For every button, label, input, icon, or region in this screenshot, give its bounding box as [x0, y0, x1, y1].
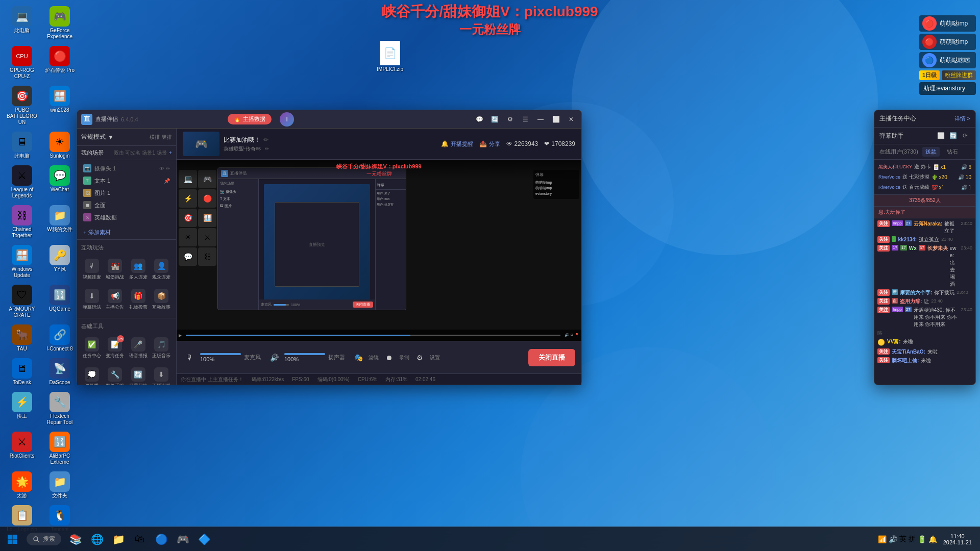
helper-icon-1[interactable]: ⬜	[936, 131, 946, 141]
desktop-icon-lol[interactable]: ⚔ League of Legends	[4, 163, 40, 201]
desktop-icon-alibabapc[interactable]: 🔢 AliBarPC Extreme	[42, 430, 78, 467]
desktop-icon-yyf[interactable]: 🔑 YY风	[42, 243, 78, 281]
interaction-audience[interactable]: 👤 观众连麦	[151, 256, 173, 284]
desktop-file-icon[interactable]: 📄 IMPLICI.zip	[377, 41, 403, 72]
taskbar-icon-recent[interactable]: 📚	[65, 529, 86, 549]
list-view-btn[interactable]: 竖排	[162, 134, 172, 141]
maximize-btn[interactable]: ⬜	[550, 113, 562, 126]
taskbar-icon-edge[interactable]: 🌐	[87, 529, 107, 549]
desktop-icon-pc2[interactable]: 🖥 此电脑	[4, 130, 40, 161]
tool-end-stream[interactable]: ⬇ 下播谢谢	[151, 364, 173, 385]
input-method-icon[interactable]: 拼	[909, 535, 916, 544]
tool-voice[interactable]: 🎤 语音播报	[128, 334, 149, 362]
source-hero[interactable]: ⚔ 英雄数据	[77, 211, 176, 223]
tool-sea-task[interactable]: 📝 25 变海任务	[105, 334, 126, 362]
desktop-icon-windowsupdate[interactable]: 🪟 Windows Update	[4, 243, 40, 281]
volume-tray-icon[interactable]: 🔊	[889, 535, 897, 543]
svg-rect-2	[8, 539, 12, 544]
interaction-danmu[interactable]: ⬇ 弹幕玩法	[81, 286, 103, 314]
source-all[interactable]: ◼ 全面	[77, 199, 176, 211]
chat-icon-btn[interactable]: 💬	[473, 113, 485, 126]
desktop-icon-taur[interactable]: 🐂 TAU	[4, 322, 40, 354]
desktop-icon-riotclient[interactable]: ⚔ RiotClients	[4, 430, 40, 467]
source-camera[interactable]: 📷 摄像头 1 👁 ✏	[77, 162, 176, 174]
source-image[interactable]: 🖼 图片 1	[77, 187, 176, 199]
app-avatar[interactable]: I	[280, 112, 294, 127]
filter-btn[interactable]: 🎭	[351, 350, 365, 365]
desktop-icon-geforce[interactable]: 🎮 GeForce Experience	[42, 4, 78, 42]
desktop-icon-wechat[interactable]: 💬 WeChat	[42, 163, 78, 201]
tool-scene-switch[interactable]: 🔄 场景切换	[128, 364, 149, 385]
start-broadcast-btn[interactable]: 开播提醒	[451, 140, 473, 148]
live-data-btn[interactable]: 🔥 主播数据	[228, 114, 272, 124]
battery-tray-icon[interactable]: 🔋	[918, 535, 926, 543]
desktop-icon-rog[interactable]: 🔴 炉石传说 Pro	[42, 44, 78, 82]
interaction-announce[interactable]: 📢 主播公告	[105, 286, 126, 314]
taskbar-time[interactable]: 11:40 2024-11-21	[939, 533, 976, 545]
desktop-icon-win[interactable]: 🪟 win2028	[42, 84, 78, 128]
add-scene-btn[interactable]: +	[169, 149, 172, 157]
taskbar-icon-store[interactable]: 🛍	[130, 529, 150, 549]
desktop-icon-pubg[interactable]: 🎯 PUBG BATTLEGROUN	[4, 84, 40, 128]
desktop-icon-dascope[interactable]: 📡 DaScope	[42, 356, 78, 388]
desktop-icon-sunlogin[interactable]: ☀ Sunlogin	[42, 130, 78, 161]
nested-go-live-btn[interactable]: 关闭直播	[353, 302, 373, 308]
refresh-icon-btn[interactable]: 🔄	[488, 113, 501, 126]
taskbar-search[interactable]: 搜索	[27, 533, 61, 545]
record-btn[interactable]: ⏺	[382, 350, 396, 365]
desktop-icon-uq[interactable]: 🔢 UQGame	[42, 283, 78, 320]
notification-icon[interactable]: 🔔	[928, 535, 937, 543]
start-button[interactable]	[0, 527, 24, 552]
add-material-btn[interactable]: + 添加素材	[77, 226, 176, 239]
mic-volume-slider[interactable]	[200, 353, 241, 355]
interaction-gift-vote[interactable]: 🎁 礼物投票	[128, 286, 149, 314]
desktop-icon-todesk[interactable]: 🖥 ToDe sk	[4, 356, 40, 388]
desktop-icon-flextech[interactable]: 🔧 Flextech Repair Tool	[42, 390, 78, 428]
desktop-icon-cpuz[interactable]: CPU GPU-ROG CPU-Z	[4, 44, 40, 82]
desktop-icon-armoury[interactable]: 🛡 ARMOURY CRATE	[4, 283, 40, 320]
minimize-btn[interactable]: —	[534, 113, 547, 126]
source-text[interactable]: T 文本 1 📌	[77, 174, 176, 187]
edit-meta-icon[interactable]: ✏	[265, 146, 269, 152]
danmu-list: 关注 Impp 27 云落Naraka: 被孤立了 23:40 关注 1 kk2…	[874, 218, 975, 385]
speaker-icon-btn[interactable]: 🔊	[267, 350, 281, 365]
danmu-detail-btn[interactable]: 详情 >	[954, 115, 970, 122]
interaction-story[interactable]: 📦 互动故事	[151, 286, 173, 314]
app-statusbar: 你在直播中 上主直播任务！ 码率:8122kb/s FPS:60 编码:0(0.…	[177, 373, 581, 385]
tab-send-btn[interactable]: 送款	[922, 147, 940, 157]
helper-icon-3[interactable]: ⟳	[960, 131, 970, 141]
helper-icon-2[interactable]: 🔄	[948, 131, 958, 141]
keyboard-icon[interactable]: 英	[899, 535, 906, 544]
settings-btn[interactable]: ⚙	[412, 350, 427, 365]
menu-icon-btn[interactable]: ☰	[519, 113, 531, 126]
share-btn[interactable]: 分享	[489, 140, 500, 148]
settings-icon-btn[interactable]: ⚙	[504, 113, 516, 126]
tool-music[interactable]: 🎵 正版音乐	[151, 334, 173, 362]
tab-diamond-btn[interactable]: 钻石	[944, 147, 961, 157]
desktop-icon-taiyou[interactable]: 🌟 太游	[4, 469, 40, 501]
taskbar-icon-explorer[interactable]: 📁	[108, 529, 129, 549]
network-tray-icon[interactable]: 📶	[878, 535, 887, 543]
mic-icon-btn[interactable]: 🎙	[183, 350, 197, 365]
desktop-icon-folder[interactable]: 📁 文件夹	[42, 469, 78, 501]
tool-task-center[interactable]: ✅ 任务中心	[81, 334, 103, 362]
desktop-icon-quicktools[interactable]: ⚡ 快工	[4, 390, 40, 428]
desktop-icon-chained[interactable]: ⛓ Chained Together	[4, 203, 40, 241]
desktop-icon-iconnect8[interactable]: 🔗 I-Connect 8	[42, 322, 78, 354]
interaction-video-link[interactable]: 🎙 视频连麦	[81, 256, 103, 284]
close-btn[interactable]: ✕	[565, 113, 577, 126]
grid-view-btn[interactable]: 横排	[150, 134, 160, 141]
desktop-icon-pc[interactable]: 💻 此电脑	[4, 4, 40, 42]
go-live-btn[interactable]: 关闭直播	[528, 349, 575, 366]
desktop-icon-myfile[interactable]: 📁 W我的文件	[42, 203, 78, 241]
speaker-volume-slider[interactable]	[284, 353, 325, 355]
tool-danmu-show[interactable]: 💭 弹幕秀	[81, 364, 103, 385]
interaction-multi-link[interactable]: 👥 多人连麦	[128, 256, 149, 284]
taskbar-icon-game[interactable]: 🎮	[173, 529, 193, 549]
taskbar-icon-chrome[interactable]: 🔵	[151, 529, 172, 549]
tool-magic[interactable]: 🔧 魔兽手管	[105, 364, 126, 385]
interaction-castle[interactable]: 🏰 城堡挑战	[105, 256, 126, 284]
taskbar-icon-app[interactable]: 🔷	[194, 529, 214, 549]
edit-title-icon[interactable]: ✏	[263, 136, 268, 143]
sidebar-mode[interactable]: 常规模式 ▼	[81, 133, 114, 141]
